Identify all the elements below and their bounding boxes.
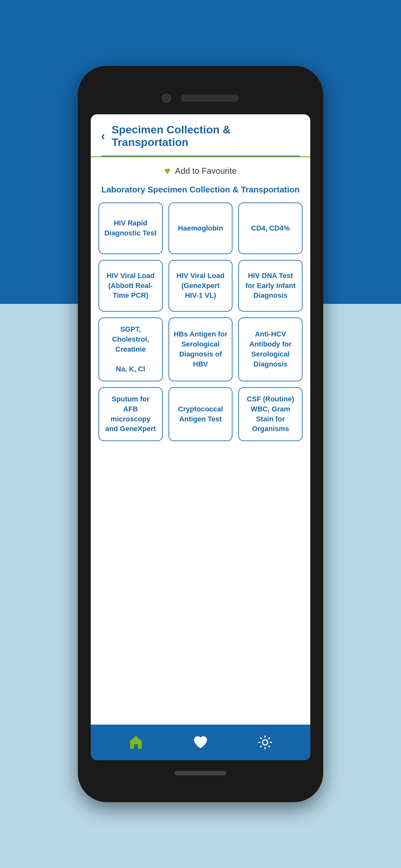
list-item[interactable]: Sputum for AFB microscopy and GeneXpert	[98, 387, 163, 441]
bottom-nav	[91, 724, 310, 760]
phone-frame: ‹ Specimen Collection & Transportation ♥…	[78, 66, 323, 802]
header: ‹ Specimen Collection & Transportation	[91, 114, 310, 157]
heart-icon: ♥	[164, 165, 171, 177]
speaker	[181, 95, 239, 102]
home-nav-button[interactable]	[127, 734, 144, 751]
items-grid: HIV Rapid Diagnostic Test Haemoglobin CD…	[98, 203, 303, 449]
phone-bottom-bar	[88, 764, 313, 783]
list-item[interactable]: HIV DNA Test for Early Infant Diagnosis	[238, 260, 303, 312]
phone-screen: ‹ Specimen Collection & Transportation ♥…	[91, 114, 310, 760]
favourite-label: Add to Favourite	[175, 166, 237, 176]
outer-background: ‹ Specimen Collection & Transportation ♥…	[0, 0, 401, 868]
phone-top-bar	[88, 85, 313, 111]
section-title: Laboratory Specimen Collection & Transpo…	[98, 185, 303, 195]
header-top: ‹ Specimen Collection & Transportation	[101, 123, 300, 156]
favourite-nav-button[interactable]	[192, 734, 209, 751]
svg-point-0	[263, 740, 268, 745]
list-item[interactable]: HIV Viral Load (Abbott Real-Time PCR)	[98, 260, 163, 312]
content-area: ♥ Add to Favourite Laboratory Specimen C…	[91, 157, 310, 724]
list-item[interactable]: Haemoglobin	[168, 203, 233, 254]
page-title: Specimen Collection & Transportation	[112, 123, 300, 149]
list-item[interactable]: Anti-HCV Antibody for Serological Diagno…	[238, 317, 303, 381]
back-button[interactable]: ‹	[101, 130, 105, 142]
settings-nav-button[interactable]	[257, 734, 274, 751]
list-item[interactable]: CSF (Routine) WBC, Gram Stain for Organi…	[238, 387, 303, 441]
list-item[interactable]: HIV Viral Load (GeneXpert HIV-1 VL)	[168, 260, 233, 312]
list-item[interactable]: CD4, CD4%	[238, 203, 303, 254]
list-item[interactable]: SGPT, Cholestrol, CreatinieNa, K, Cl	[98, 317, 163, 381]
list-item[interactable]: Cryptococcal Antigen Test	[168, 387, 233, 441]
favourite-row[interactable]: ♥ Add to Favourite	[98, 165, 303, 177]
camera	[162, 94, 171, 103]
list-item[interactable]: HIV Rapid Diagnostic Test	[98, 203, 163, 254]
list-item[interactable]: HBs Antigen for Serological Diagnosis of…	[168, 317, 233, 381]
home-indicator	[175, 771, 226, 775]
